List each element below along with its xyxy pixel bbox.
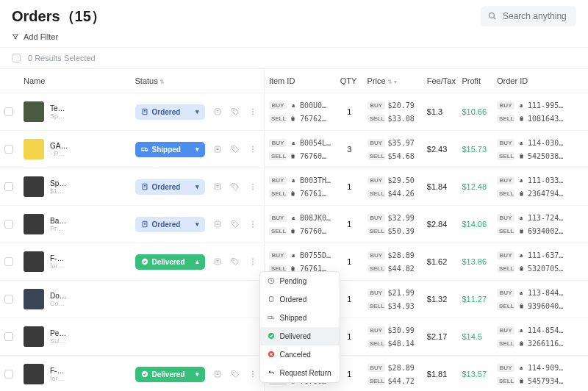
tag-button[interactable] [229, 180, 242, 193]
buy-value: B0755D… [300, 251, 331, 259]
doc-icon [268, 295, 275, 303]
sell-tag: SELL [497, 227, 514, 235]
status-select[interactable]: Delivered ▾ [135, 367, 205, 382]
row-checkbox[interactable] [4, 332, 13, 341]
bag-icon [517, 190, 525, 197]
sell-tag: SELL [368, 227, 385, 235]
note-button[interactable] [211, 255, 224, 268]
status-option-label: Pending [280, 277, 307, 285]
col-status[interactable]: Status⇅ [131, 69, 265, 93]
col-qty[interactable]: QTY [336, 69, 363, 93]
status-select[interactable]: Ordered ▾ [135, 179, 205, 195]
product-thumbnail[interactable] [24, 101, 44, 122]
tag-button[interactable] [229, 367, 242, 381]
col-item-id[interactable]: Item ID [264, 69, 335, 93]
product-thumbnail[interactable] [24, 139, 44, 159]
product-thumbnail[interactable] [24, 364, 44, 384]
chevron-icon: ▾ [196, 108, 199, 115]
amazon-icon: a [517, 251, 525, 259]
note-button[interactable] [211, 143, 224, 156]
more-button[interactable] [246, 255, 259, 268]
row-checkbox[interactable] [4, 295, 13, 304]
more-button[interactable] [246, 105, 259, 118]
status-icon [141, 220, 148, 228]
row-checkbox[interactable] [4, 182, 13, 191]
status-option-label: Shipped [280, 314, 307, 322]
status-label: Delivered [152, 370, 185, 379]
col-profit[interactable]: Profit [457, 69, 492, 93]
status-icon [141, 108, 148, 115]
row-checkbox[interactable] [4, 220, 13, 229]
row-checkbox[interactable] [4, 145, 13, 154]
status-select[interactable]: Ordered ▾ [135, 104, 205, 120]
sell-value: 76760… [300, 152, 326, 160]
fee-value: $1.32 [423, 281, 458, 318]
sell-value: 76761… [300, 190, 326, 198]
col-price[interactable]: Price⇅▾ [363, 69, 423, 93]
sell-tag: SELL [368, 265, 385, 273]
product-thumbnail[interactable] [24, 176, 44, 197]
product-thumbnail[interactable] [24, 251, 44, 272]
sell-value: $48.14 [388, 340, 415, 348]
tag-button[interactable] [229, 143, 242, 156]
note-button[interactable] [211, 105, 224, 118]
status-select[interactable]: Delivered ▴ [135, 254, 205, 270]
buy-tag: BUY [368, 139, 385, 147]
profit-value: $12.48 [457, 168, 492, 206]
row-checkbox[interactable] [4, 257, 13, 266]
sell-value: $50.39 [388, 227, 415, 235]
sell-tag: SELL [269, 227, 287, 235]
row-checkbox[interactable] [4, 107, 13, 116]
product-thumbnail[interactable] [24, 326, 44, 347]
status-option-return[interactable]: Request Return [260, 364, 340, 382]
col-name[interactable]: Name [19, 69, 131, 93]
note-button[interactable] [211, 180, 224, 193]
add-filter-button[interactable]: Add Filter [0, 29, 588, 47]
status-option-ordered[interactable]: Ordered [260, 290, 340, 309]
status-select[interactable]: Shipped ▾ [135, 142, 205, 157]
svg-point-8 [252, 111, 254, 112]
chevron-down-icon: ▾ [394, 79, 397, 85]
row-checkbox[interactable] [4, 370, 13, 379]
more-button[interactable] [246, 367, 259, 381]
more-button[interactable] [246, 180, 259, 193]
check-icon [268, 332, 275, 340]
status-option-canceled[interactable]: Canceled [260, 345, 340, 364]
tag-button[interactable] [229, 105, 242, 118]
table-row: GA… - P… Shipped ▾ BUYaB0054L… SELL76760… [0, 131, 588, 168]
col-fee[interactable]: Fee/Tax [423, 69, 458, 93]
qty-value: 1 [336, 206, 363, 243]
buy-tag: BUY [269, 101, 287, 110]
svg-point-6 [233, 110, 234, 111]
product-name: Sp… [50, 179, 66, 187]
status-option-delivered[interactable]: Delivered [260, 327, 340, 345]
status-dropdown[interactable]: Pending Ordered Shipped Delivered Cancel… [259, 271, 340, 383]
select-all-checkbox[interactable] [12, 54, 21, 62]
more-button[interactable] [246, 218, 259, 231]
status-select[interactable]: Ordered ▾ [135, 217, 205, 232]
status-label: Delivered [152, 258, 185, 266]
amazon-icon: a [290, 214, 297, 221]
tag-button[interactable] [229, 218, 242, 231]
col-order-id[interactable]: Order ID [492, 69, 588, 93]
svg-line-1 [494, 18, 496, 20]
status-option-shipped[interactable]: Shipped [260, 309, 340, 327]
tag-button[interactable] [229, 255, 242, 268]
product-thumbnail[interactable] [24, 214, 44, 234]
search-input-container[interactable] [481, 6, 576, 26]
buy-value: $30.99 [388, 326, 415, 334]
search-input[interactable] [501, 10, 569, 22]
note-button[interactable] [211, 218, 224, 231]
buy-value: 113-844… [528, 289, 563, 297]
more-button[interactable] [246, 143, 259, 156]
profit-value: $13.86 [457, 243, 492, 281]
product-thumbnail[interactable] [24, 289, 44, 309]
svg-point-22 [233, 184, 234, 186]
svg-point-24 [252, 186, 254, 187]
product-sub: for… [50, 262, 65, 270]
bag-icon [517, 265, 525, 272]
sell-value: 5320705… [528, 265, 563, 273]
amazon-icon: a [517, 326, 525, 334]
note-button[interactable] [211, 367, 224, 381]
status-option-pending[interactable]: Pending [260, 272, 340, 290]
